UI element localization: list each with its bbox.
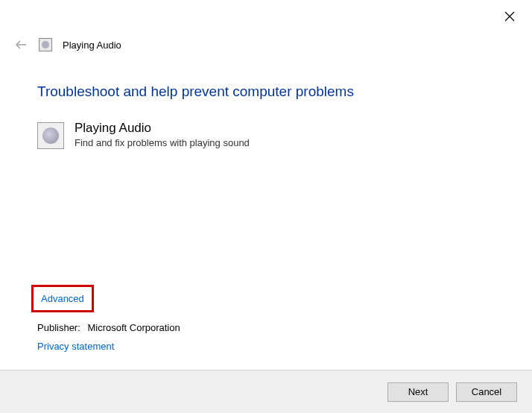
cancel-button[interactable]: Cancel (456, 382, 517, 402)
troubleshooter-title: Playing Audio (75, 121, 250, 136)
close-icon (504, 11, 515, 22)
window-title: Playing Audio (63, 40, 121, 51)
privacy-statement-link[interactable]: Privacy statement (37, 341, 114, 352)
publisher-row: Publisher: Microsoft Corporation (37, 322, 180, 333)
footer: Next Cancel (0, 370, 532, 413)
speaker-icon (37, 122, 64, 149)
advanced-link[interactable]: Advanced (31, 285, 94, 312)
close-button[interactable] (502, 9, 517, 24)
advanced-section: Advanced (31, 285, 94, 312)
svg-point-3 (42, 41, 49, 48)
back-button[interactable] (13, 37, 28, 52)
troubleshooter-description: Find and fix problems with playing sound (75, 137, 250, 148)
content-area: Troubleshoot and help prevent computer p… (37, 83, 495, 149)
next-button[interactable]: Next (387, 382, 449, 402)
main-heading: Troubleshoot and help prevent computer p… (37, 83, 495, 100)
publisher-value: Microsoft Corporation (87, 322, 180, 333)
troubleshooter-item: Playing Audio Find and fix problems with… (37, 121, 495, 149)
header: Playing Audio (13, 37, 121, 52)
arrow-left-icon (15, 40, 27, 50)
troubleshooter-header-icon (39, 38, 52, 51)
publisher-label: Publisher: (37, 322, 80, 333)
publisher-section: Publisher: Microsoft Corporation Privacy… (37, 322, 180, 353)
troubleshooter-text: Playing Audio Find and fix problems with… (75, 121, 250, 148)
